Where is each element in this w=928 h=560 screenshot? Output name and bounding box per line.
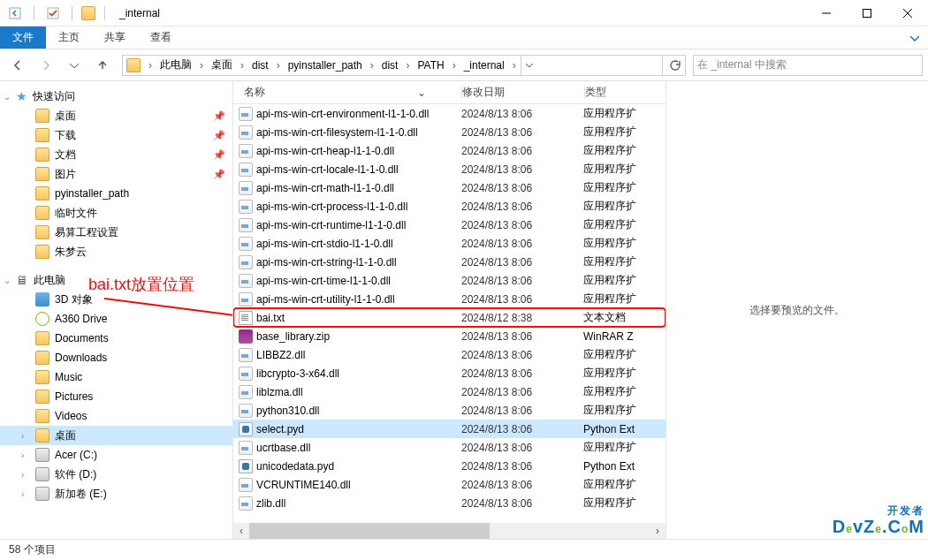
horizontal-scrollbar[interactable]: ‹ ›	[233, 523, 666, 539]
breadcrumb-seg[interactable]: pyinstaller_path	[285, 56, 366, 75]
sidebar-item[interactable]: Documents	[0, 329, 232, 348]
tab-share[interactable]: 共享	[92, 26, 138, 49]
sidebar-item[interactable]: 临时文件	[0, 203, 232, 223]
sidebar-item[interactable]: Downloads	[0, 348, 232, 367]
chevron-right-icon[interactable]: ›	[236, 56, 248, 75]
breadcrumb-seg[interactable]: dist	[248, 56, 272, 75]
breadcrumb-seg[interactable]: 此电脑	[156, 56, 195, 75]
file-row[interactable]: ucrtbase.dll2024/8/13 8:06应用程序扩	[233, 438, 666, 457]
chevron-right-icon[interactable]: ›	[508, 56, 521, 75]
file-type: 应用程序扩	[583, 477, 666, 492]
statusbar: 58 个项目	[0, 539, 928, 560]
breadcrumb-seg[interactable]: 桌面	[208, 56, 236, 75]
search-input[interactable]: 在 _internal 中搜索	[693, 55, 923, 76]
expand-icon[interactable]: ›	[21, 431, 24, 441]
dll-icon	[239, 163, 253, 177]
expand-icon[interactable]: ⌄	[4, 276, 11, 285]
chevron-right-icon[interactable]: ›	[401, 56, 414, 75]
expand-icon[interactable]: ⌄	[4, 92, 11, 102]
chevron-right-icon[interactable]: ›	[272, 56, 285, 75]
sidebar-item[interactable]: Music	[0, 367, 232, 387]
scroll-thumb[interactable]	[249, 523, 490, 539]
file-row[interactable]: base_library.zip2024/8/13 8:06WinRAR Z	[233, 327, 666, 345]
sidebar-item[interactable]: Pictures	[0, 387, 232, 406]
file-name: select.pyd	[256, 423, 461, 435]
breadcrumb-seg[interactable]: dist	[378, 56, 402, 75]
sidebar[interactable]: ⌄ ★ 快速访问 桌面📌下载📌文档📌图片📌pyinstaller_path临时文…	[0, 81, 233, 539]
sidebar-item[interactable]: 朱梦云	[0, 242, 232, 261]
file-row[interactable]: api-ms-win-crt-utility-l1-1-0.dll2024/8/…	[233, 290, 666, 308]
column-type[interactable]: 类型	[585, 85, 666, 100]
file-row[interactable]: select.pyd2024/8/13 8:06Python Ext	[233, 420, 666, 438]
minimize-button[interactable]	[806, 0, 847, 26]
file-row[interactable]: api-ms-win-crt-math-l1-1-0.dll2024/8/13 …	[233, 178, 666, 197]
refresh-button[interactable]	[662, 56, 685, 75]
expand-icon[interactable]: ›	[21, 489, 24, 499]
dll-icon	[239, 125, 253, 140]
nav-forward-button[interactable]	[34, 53, 58, 78]
sidebar-item[interactable]: 下载📌	[0, 125, 232, 145]
address-bar[interactable]: › 此电脑›桌面›dist›pyinstaller_path›dist›PATH…	[122, 55, 686, 76]
file-row[interactable]: VCRUNTIME140.dll2024/8/13 8:06应用程序扩	[233, 475, 666, 494]
sidebar-item[interactable]: ›软件 (D:)	[0, 465, 232, 484]
tab-view[interactable]: 查看	[138, 26, 184, 49]
txt-icon	[239, 311, 253, 325]
nav-recent-button[interactable]	[62, 53, 87, 78]
scroll-left-button[interactable]: ‹	[233, 523, 249, 539]
sidebar-item[interactable]: ›新加卷 (E:)	[0, 484, 232, 503]
expand-icon[interactable]: ›	[21, 450, 24, 460]
scroll-right-button[interactable]: ›	[650, 523, 666, 539]
file-date: 2024/8/13 8:06	[461, 238, 583, 250]
breadcrumb-seg[interactable]: _internal	[460, 56, 508, 75]
tab-file[interactable]: 文件	[0, 26, 46, 49]
nav-up-button[interactable]	[90, 53, 115, 78]
file-row[interactable]: api-ms-win-crt-heap-l1-1-0.dll2024/8/13 …	[233, 141, 666, 160]
file-rows[interactable]: api-ms-win-crt-environment-l1-1-0.dll202…	[233, 104, 666, 523]
chevron-right-icon[interactable]: ›	[366, 56, 378, 75]
file-row[interactable]: LIBBZ2.dll2024/8/13 8:06应用程序扩	[233, 345, 666, 364]
file-row[interactable]: api-ms-win-crt-environment-l1-1-0.dll202…	[233, 104, 666, 123]
breadcrumb-seg[interactable]: PATH	[414, 56, 447, 75]
qat-back-icon[interactable]	[5, 4, 25, 23]
tab-home[interactable]: 主页	[46, 26, 92, 49]
close-button[interactable]	[887, 0, 928, 26]
file-row[interactable]: api-ms-win-crt-runtime-l1-1-0.dll2024/8/…	[233, 216, 666, 234]
sidebar-quick-access[interactable]: ⌄ ★ 快速访问	[0, 87, 232, 106]
file-row[interactable]: api-ms-win-crt-process-l1-1-0.dll2024/8/…	[233, 197, 666, 216]
address-dropdown-button[interactable]	[521, 56, 538, 75]
sidebar-item[interactable]: pyinstaller_path	[0, 184, 232, 203]
chevron-right-icon[interactable]: ›	[195, 56, 208, 75]
sidebar-item[interactable]: 易算工程设置	[0, 223, 232, 242]
file-date: 2024/8/13 8:06	[461, 293, 583, 306]
sidebar-item[interactable]: ›Acer (C:)	[0, 445, 232, 465]
sidebar-item[interactable]: 桌面📌	[0, 106, 232, 125]
file-row[interactable]: libcrypto-3-x64.dll2024/8/13 8:06应用程序扩	[233, 364, 666, 382]
file-row[interactable]: python310.dll2024/8/13 8:06应用程序扩	[233, 401, 666, 420]
chevron-right-icon[interactable]: ›	[144, 56, 156, 75]
chevron-right-icon[interactable]: ›	[448, 56, 460, 75]
column-date[interactable]: 修改日期	[462, 85, 584, 100]
column-name[interactable]: 名称 ⌄	[233, 85, 461, 100]
file-row[interactable]: api-ms-win-crt-time-l1-1-0.dll2024/8/13 …	[233, 271, 666, 290]
sidebar-item[interactable]: 文档📌	[0, 145, 232, 164]
file-row[interactable]: api-ms-win-crt-locale-l1-1-0.dll2024/8/1…	[233, 160, 666, 178]
sidebar-item[interactable]: ›桌面	[0, 426, 232, 445]
sidebar-item[interactable]: Videos	[0, 406, 232, 426]
file-row[interactable]: api-ms-win-crt-filesystem-l1-1-0.dll2024…	[233, 123, 666, 141]
expand-icon[interactable]: ›	[21, 470, 24, 480]
qat-check-icon[interactable]	[43, 4, 63, 23]
file-row[interactable]: api-ms-win-crt-string-l1-1-0.dll2024/8/1…	[233, 253, 666, 271]
file-row[interactable]: unicodedata.pyd2024/8/13 8:06Python Ext	[233, 457, 666, 475]
sidebar-item-label: 文档	[55, 148, 76, 163]
nav-back-button[interactable]	[5, 53, 30, 78]
dll-icon	[239, 404, 253, 418]
file-row[interactable]: bai.txt2024/8/12 8:38文本文档	[233, 308, 666, 327]
folder-icon	[35, 245, 49, 259]
maximize-button[interactable]	[847, 0, 887, 26]
file-row[interactable]: liblzma.dll2024/8/13 8:06应用程序扩	[233, 382, 666, 401]
file-row[interactable]: api-ms-win-crt-stdio-l1-1-0.dll2024/8/13…	[233, 234, 666, 253]
sidebar-item[interactable]: 图片📌	[0, 164, 232, 184]
ribbon-expand-button[interactable]	[901, 26, 928, 49]
file-date: 2024/8/13 8:06	[461, 163, 583, 176]
file-row[interactable]: zlib.dll2024/8/13 8:06应用程序扩	[233, 494, 666, 512]
